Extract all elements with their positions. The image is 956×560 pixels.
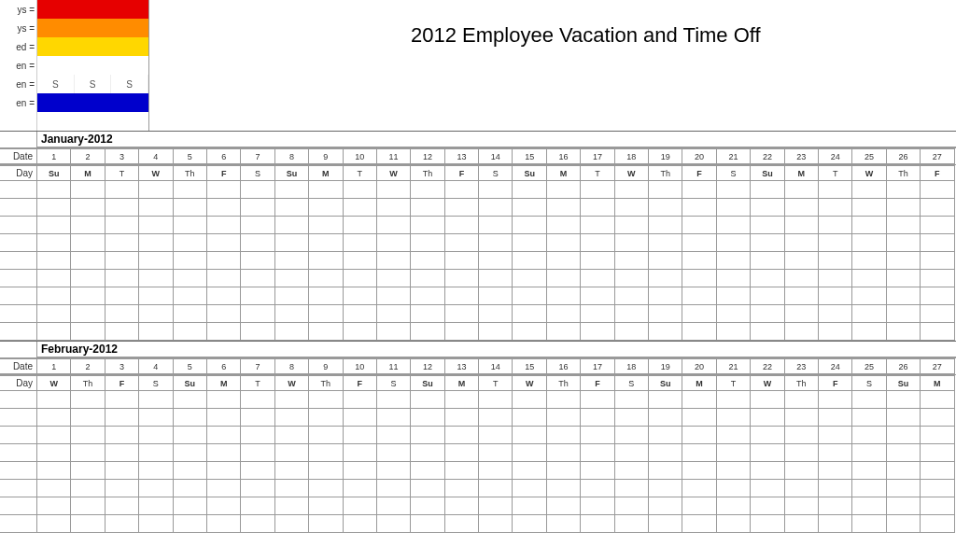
day-cell[interactable]: Su: [37, 165, 71, 181]
grid-cell[interactable]: [649, 287, 682, 305]
grid-cell[interactable]: [174, 480, 207, 497]
day-cell[interactable]: M: [921, 375, 954, 391]
grid-cell[interactable]: [581, 497, 614, 515]
grid-cell[interactable]: [887, 305, 921, 323]
grid-cell[interactable]: [819, 462, 852, 480]
grid-cell[interactable]: [479, 480, 513, 497]
day-cell[interactable]: S: [852, 375, 886, 391]
day-cell[interactable]: T: [241, 375, 274, 391]
grid-cell[interactable]: [751, 497, 784, 515]
day-cell[interactable]: W: [377, 165, 411, 181]
grid-cell[interactable]: [37, 497, 71, 515]
grid-cell[interactable]: [682, 462, 716, 480]
day-cell[interactable]: F: [581, 375, 614, 391]
grid-cell[interactable]: [207, 497, 241, 515]
grid-cell[interactable]: [513, 217, 546, 234]
date-cell[interactable]: 1: [37, 148, 71, 164]
day-cell[interactable]: Su: [275, 165, 309, 181]
grid-cell[interactable]: [682, 199, 716, 217]
grid-cell[interactable]: [411, 444, 444, 462]
date-cell[interactable]: 15: [513, 148, 546, 164]
grid-cell[interactable]: [105, 270, 139, 287]
grid-cell[interactable]: [751, 480, 784, 497]
grid-cell[interactable]: [581, 217, 614, 234]
day-cell[interactable]: Su: [649, 375, 682, 391]
grid-cell[interactable]: [377, 234, 411, 252]
grid-cell[interactable]: [445, 497, 479, 515]
day-cell[interactable]: F: [344, 375, 377, 391]
day-cell[interactable]: W: [139, 165, 173, 181]
grid-cell[interactable]: [887, 323, 921, 341]
grid-cell[interactable]: [377, 287, 411, 305]
grid-cell[interactable]: [139, 427, 173, 444]
grid-cell[interactable]: [445, 515, 479, 533]
grid-cell[interactable]: [547, 444, 581, 462]
grid-cell[interactable]: [139, 252, 173, 270]
grid-cell[interactable]: [275, 497, 309, 515]
grid-cell[interactable]: [309, 323, 343, 341]
grid-cell[interactable]: [445, 217, 479, 234]
grid-cell[interactable]: [139, 409, 173, 427]
grid-cell[interactable]: [751, 444, 784, 462]
grid-cell[interactable]: [785, 287, 819, 305]
grid-cell[interactable]: [344, 199, 377, 217]
grid-cell[interactable]: [207, 480, 241, 497]
grid-cell[interactable]: [649, 252, 682, 270]
grid-cell[interactable]: [887, 497, 921, 515]
grid-cell[interactable]: [547, 409, 581, 427]
grid-cell[interactable]: [921, 323, 954, 341]
grid-cell[interactable]: [275, 234, 309, 252]
grid-cell[interactable]: [615, 270, 649, 287]
grid-cell[interactable]: [581, 181, 614, 199]
grid-cell[interactable]: [785, 480, 819, 497]
grid-cell[interactable]: [819, 287, 852, 305]
grid-cell[interactable]: [887, 444, 921, 462]
grid-cell[interactable]: [513, 497, 546, 515]
grid-cell[interactable]: [377, 323, 411, 341]
date-cell[interactable]: 27: [921, 358, 954, 374]
date-cell[interactable]: 20: [682, 358, 716, 374]
grid-cell[interactable]: [309, 199, 343, 217]
grid-cell[interactable]: [174, 305, 207, 323]
grid-cell[interactable]: [887, 515, 921, 533]
day-cell[interactable]: F: [105, 375, 139, 391]
date-cell[interactable]: 7: [241, 358, 274, 374]
grid-cell[interactable]: [411, 270, 444, 287]
grid-cell[interactable]: [207, 270, 241, 287]
grid-cell[interactable]: [377, 199, 411, 217]
grid-cell[interactable]: [37, 199, 71, 217]
date-cell[interactable]: 2: [71, 358, 105, 374]
grid-cell[interactable]: [751, 181, 784, 199]
grid-cell[interactable]: [275, 480, 309, 497]
day-cell[interactable]: M: [547, 165, 581, 181]
grid-cell[interactable]: [785, 252, 819, 270]
day-cell[interactable]: T: [105, 165, 139, 181]
date-cell[interactable]: 23: [785, 148, 819, 164]
grid-cell[interactable]: [615, 199, 649, 217]
grid-cell[interactable]: [309, 391, 343, 409]
grid-cell[interactable]: [207, 427, 241, 444]
grid-cell[interactable]: [139, 305, 173, 323]
grid-cell[interactable]: [445, 305, 479, 323]
grid-cell[interactable]: [852, 199, 886, 217]
grid-cell[interactable]: [139, 391, 173, 409]
day-cell[interactable]: Th: [71, 375, 105, 391]
grid-cell[interactable]: [241, 427, 274, 444]
grid-cell[interactable]: [37, 409, 71, 427]
date-cell[interactable]: 19: [649, 148, 682, 164]
day-cell[interactable]: Th: [887, 165, 921, 181]
grid-cell[interactable]: [241, 270, 274, 287]
grid-cell[interactable]: [852, 497, 886, 515]
grid-cell[interactable]: [344, 323, 377, 341]
day-cell[interactable]: M: [71, 165, 105, 181]
grid-cell[interactable]: [71, 391, 105, 409]
grid-cell[interactable]: [581, 444, 614, 462]
date-cell[interactable]: 27: [921, 148, 954, 164]
grid-cell[interactable]: [139, 199, 173, 217]
grid-cell[interactable]: [344, 480, 377, 497]
grid-cell[interactable]: [547, 287, 581, 305]
grid-cell[interactable]: [682, 515, 716, 533]
grid-cell[interactable]: [479, 270, 513, 287]
grid-cell[interactable]: [344, 409, 377, 427]
grid-cell[interactable]: [819, 217, 852, 234]
